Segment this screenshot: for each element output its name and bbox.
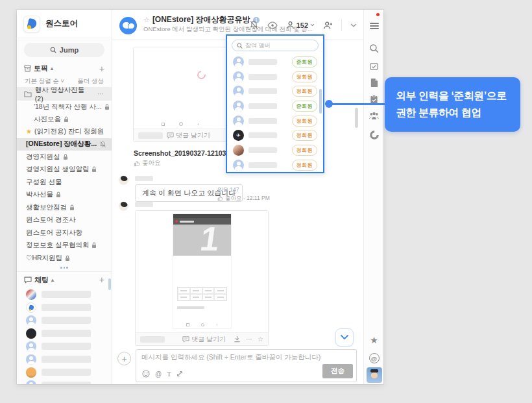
comment-button[interactable]: 댓글 남기기	[182, 335, 226, 344]
sidebar-chat-item[interactable]	[17, 301, 112, 314]
files-icon[interactable]	[364, 78, 384, 88]
sender-avatar[interactable]	[119, 175, 128, 185]
member-list-item[interactable]: 정회원	[227, 143, 323, 158]
sidebar-topic-item[interactable]: ★ 정보보호 실무협의회	[17, 239, 112, 252]
topic-label: (읽기전용) 잔디 정회원	[34, 127, 104, 136]
sidebar-topic-item[interactable]: ★ 박사선물	[17, 189, 112, 202]
sidebar-topic-item[interactable]: '18년 직책자 산행 사...	[17, 101, 112, 113]
folder-item[interactable]: 행사 영상사진들 (2) ⋯	[17, 87, 112, 101]
chat-section-header: 채팅 ▴ +	[17, 271, 112, 288]
starred-icon[interactable]: ★	[364, 336, 384, 344]
sidebar-topic-item[interactable]: ★ 경영지원실	[17, 151, 112, 164]
comment-button[interactable]: 댓글 남기기	[167, 131, 210, 140]
download-icon[interactable]	[234, 336, 241, 343]
member-count-button[interactable]: 152	[286, 21, 315, 29]
chat-scrollbar[interactable]	[355, 108, 358, 128]
lock-icon	[63, 154, 68, 160]
sidebar-chat-item[interactable]	[17, 340, 112, 353]
sort-order-select[interactable]: 기본 정렬 순 ˅	[25, 77, 64, 86]
mute-notifications-icon[interactable]	[249, 20, 259, 30]
team-logo-icon[interactable]	[23, 16, 40, 32]
topic-section-header: 토픽 ▴ +	[17, 61, 112, 76]
redacted-name	[248, 88, 277, 94]
member-list-item[interactable]: 정회원	[227, 114, 323, 128]
more-icon[interactable]: ⋯	[97, 90, 104, 97]
sidebar-topic-item[interactable]: ★ 생활보안점검	[17, 201, 112, 214]
member-list-item[interactable]: 정회원	[227, 158, 323, 173]
send-button[interactable]: 전송	[322, 364, 353, 378]
sidebar-topic-item[interactable]: ★ 경영지원실 생일알림	[17, 164, 112, 177]
sync-icon[interactable]	[364, 130, 384, 140]
member-list-item[interactable]: 정회원	[227, 173, 323, 174]
lock-icon	[91, 166, 97, 173]
sidebar-topic-item[interactable]: ★ (읽기전용) 잔디 정회원	[17, 125, 112, 138]
collapse-header-icon[interactable]	[350, 23, 357, 27]
member-list-scrollbar[interactable]	[319, 89, 322, 114]
mention-icon[interactable]: @	[155, 371, 162, 378]
attach-button[interactable]: +	[117, 352, 131, 365]
sidebar-topic-item[interactable]: ★ 원스토어 경조사	[17, 214, 112, 227]
org-members-icon[interactable]	[364, 112, 384, 120]
sidebar-chat-item[interactable]	[17, 353, 112, 366]
sidebar-chat-item[interactable]	[17, 288, 112, 301]
search-icon[interactable]	[364, 43, 384, 53]
main-menu-icon[interactable]	[364, 23, 384, 29]
add-topic-button[interactable]: +	[99, 64, 104, 74]
sidebar-topic-item[interactable]: ★ ♡HR지원팀	[17, 252, 112, 265]
attachment-footer: 댓글 남기기 ⋯ ☆	[136, 333, 268, 345]
sidebar-scrollbar[interactable]	[108, 278, 111, 290]
resize-icon[interactable]	[176, 371, 183, 377]
attachment-image[interactable]: ‹	[134, 47, 227, 129]
topics-icon	[24, 65, 31, 72]
collapse-caret-icon[interactable]: ▴	[51, 66, 53, 71]
topic-label: 구성원 선물	[26, 178, 62, 187]
profile-avatar[interactable]	[364, 367, 384, 383]
member-search-box[interactable]	[232, 40, 319, 51]
collapse-caret-icon[interactable]: ▴	[51, 277, 54, 283]
sidebar-chat-item[interactable]	[17, 366, 112, 379]
sidebar-chat-item[interactable]	[17, 327, 112, 340]
folder-create-button[interactable]: 폴더 생성	[77, 77, 104, 86]
more-icon[interactable]: ⋯	[246, 336, 252, 343]
member-list-item[interactable]: 정회원	[227, 84, 323, 99]
screenshot-stage: 원스토어 Jump 토픽 ▴ + 기본 정렬 순 ˅ 폴더 생성 행사	[0, 0, 532, 403]
sidebar-topic-item[interactable]: 사진모음	[17, 113, 112, 125]
callout-line2: 권한 분류하여 협업	[396, 104, 520, 121]
topic-label: [ONEstore] 장애상황...	[26, 140, 97, 149]
redacted-name	[140, 336, 165, 343]
sidebar-topic-item[interactable]: ★ 원스토어 공지사항	[17, 226, 112, 239]
scroll-to-bottom-button[interactable]	[335, 328, 354, 347]
member-list-item[interactable]: 준회원	[227, 55, 323, 69]
sidebar-chat-item[interactable]	[17, 379, 112, 385]
room-title: [ONEstore] 장애상황공유방	[152, 14, 250, 25]
member-list-item[interactable]: 정회원	[227, 69, 323, 84]
image-attachment-card[interactable]: 1 ‹ 댓글 남기기	[135, 210, 269, 346]
message-input[interactable]	[141, 353, 336, 361]
favorite-star-icon[interactable]: ☆	[143, 16, 150, 24]
favorite-star-icon[interactable]: ☆	[258, 336, 263, 343]
sidebar-topic-item[interactable]: ★ [ONEstore] 장애상황...	[17, 138, 112, 151]
sidebar-chat-item[interactable]	[17, 314, 112, 327]
member-list-item[interactable]: ✈ 정회원	[227, 128, 323, 143]
member-role-badge: 준회원	[292, 56, 318, 67]
jump-search-button[interactable]: Jump	[24, 43, 104, 57]
member-list-item[interactable]: 준회원	[227, 99, 323, 114]
annotation-callout: 외부 인력을 ‘준회원’으로 권한 분류하여 협업	[385, 77, 520, 132]
member-search-input[interactable]	[245, 42, 304, 49]
invite-member-icon[interactable]	[323, 21, 333, 30]
team-header: 원스토어	[17, 10, 112, 38]
message-input-box[interactable]: @ T 전송	[136, 349, 357, 382]
sidebar-topic-item[interactable]: ★ 구성원 선물	[17, 176, 112, 189]
mentions-icon[interactable]: @	[364, 353, 384, 363]
add-chat-button[interactable]: +	[99, 275, 104, 285]
emoji-icon[interactable]	[142, 370, 150, 378]
text-format-icon[interactable]: T	[167, 370, 171, 378]
image-attachment-card[interactable]: ‹ 댓글 남기기	[133, 47, 228, 142]
like-button[interactable]: 좋아요	[134, 159, 161, 167]
team-name: 원스토어	[45, 18, 78, 29]
watch-eye-icon[interactable]	[267, 21, 278, 29]
sender-avatar[interactable]	[119, 201, 128, 211]
topic-label: ♡HR지원팀	[26, 254, 62, 263]
notes-icon[interactable]	[364, 62, 384, 71]
attachment-image[interactable]: 1 ‹	[136, 211, 268, 333]
